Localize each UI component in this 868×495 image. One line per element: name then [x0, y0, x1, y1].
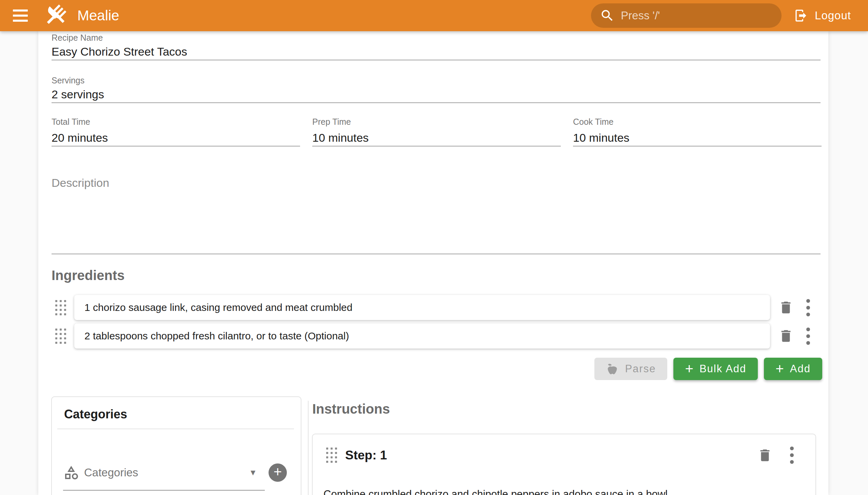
drag-handle-icon[interactable] — [55, 328, 66, 344]
instruction-step-card: Step: 1 Combine crumbled chorizo and chi… — [312, 433, 816, 495]
step-text-input[interactable]: Combine crumbled chorizo and chipotle pe… — [323, 487, 802, 495]
trash-icon — [778, 328, 794, 344]
servings-field: Servings 2 servings — [52, 75, 820, 103]
cook-time-input[interactable]: 10 minutes — [573, 131, 821, 144]
prep-time-input[interactable]: 10 minutes — [312, 131, 561, 144]
delete-ingredient-button[interactable] — [778, 300, 794, 315]
cook-time-field: Cook Time 10 minutes — [573, 117, 821, 147]
bulk-add-button[interactable]: + Bulk Add — [674, 358, 758, 380]
plus-icon: + — [776, 362, 784, 376]
logout-button[interactable]: Logout — [794, 8, 851, 23]
step-header: Step: 1 — [326, 446, 799, 464]
drag-handle-icon[interactable] — [55, 300, 66, 315]
recipe-editor-card: Recipe Name Easy Chorizo Street Tacos Se… — [38, 31, 828, 495]
categories-select-placeholder: Categories — [84, 466, 138, 479]
logout-label: Logout — [815, 9, 851, 22]
apple-icon — [606, 362, 619, 375]
shapes-icon — [63, 464, 79, 481]
app-bar: Mealie Press '/' Logout — [0, 0, 868, 31]
cook-time-label: Cook Time — [573, 117, 821, 127]
trash-icon — [757, 447, 773, 463]
description-textarea[interactable]: Description — [52, 176, 109, 189]
delete-ingredient-button[interactable] — [778, 328, 794, 344]
categories-card-title: Categories — [64, 407, 301, 422]
bulk-add-label: Bulk Add — [699, 363, 746, 375]
ingredient-input[interactable]: 1 chorizo sausage link, casing removed a… — [74, 295, 770, 320]
categories-card: Categories Categories ▼ + — [51, 396, 302, 495]
categories-divider — [57, 429, 294, 429]
logout-icon — [794, 8, 808, 23]
kebab-menu-icon[interactable] — [801, 327, 815, 345]
chevron-down-icon[interactable]: ▼ — [249, 468, 257, 477]
app-title: Mealie — [77, 7, 119, 24]
search-icon — [600, 8, 615, 23]
mealie-logo-icon[interactable] — [43, 3, 68, 28]
recipe-name-label: Recipe Name — [52, 33, 820, 43]
prep-time-label: Prep Time — [312, 117, 561, 127]
cook-time-underline — [573, 146, 821, 147]
search-placeholder: Press '/' — [621, 9, 660, 22]
prep-time-underline — [312, 146, 561, 147]
plus-icon: + — [274, 464, 282, 480]
categories-select[interactable]: Categories ▼ + — [63, 462, 287, 483]
kebab-menu-icon[interactable] — [801, 299, 815, 316]
drag-handle-icon[interactable] — [326, 447, 337, 463]
column-divider — [308, 401, 309, 495]
servings-label: Servings — [52, 75, 820, 85]
total-time-underline — [52, 146, 300, 147]
categories-select-underline — [63, 490, 265, 491]
recipe-name-field: Recipe Name Easy Chorizo Street Tacos — [52, 33, 820, 61]
ingredients-heading: Ingredients — [52, 268, 125, 283]
add-button[interactable]: + Add — [764, 358, 822, 380]
servings-underline — [52, 102, 820, 103]
ingredient-row: 2 tablespoons chopped fresh cilantro, or… — [55, 323, 815, 348]
plus-icon: + — [685, 362, 693, 376]
add-category-button[interactable]: + — [269, 463, 287, 482]
search-input[interactable]: Press '/' — [591, 3, 782, 28]
parse-button[interactable]: Parse — [594, 358, 667, 380]
recipe-name-input[interactable]: Easy Chorizo Street Tacos — [52, 45, 820, 58]
total-time-label: Total Time — [52, 117, 300, 127]
add-label: Add — [790, 363, 811, 375]
time-fields-row: Total Time 20 minutes Prep Time 10 minut… — [52, 117, 821, 147]
description-underline — [52, 254, 820, 254]
servings-input[interactable]: 2 servings — [52, 87, 820, 101]
total-time-input[interactable]: 20 minutes — [52, 131, 300, 144]
trash-icon — [778, 300, 794, 315]
ingredient-actions: Parse + Bulk Add + Add — [594, 358, 822, 380]
delete-step-button[interactable] — [757, 447, 773, 463]
recipe-name-underline — [52, 60, 820, 61]
ingredient-input[interactable]: 2 tablespoons chopped fresh cilantro, or… — [74, 323, 770, 348]
ingredient-row: 1 chorizo sausage link, casing removed a… — [55, 295, 815, 320]
instructions-heading: Instructions — [312, 402, 390, 417]
total-time-field: Total Time 20 minutes — [52, 117, 300, 147]
prep-time-field: Prep Time 10 minutes — [312, 117, 561, 147]
parse-label: Parse — [625, 363, 656, 375]
menu-icon[interactable] — [13, 10, 28, 22]
kebab-menu-icon[interactable] — [785, 446, 799, 464]
step-title: Step: 1 — [345, 448, 387, 462]
